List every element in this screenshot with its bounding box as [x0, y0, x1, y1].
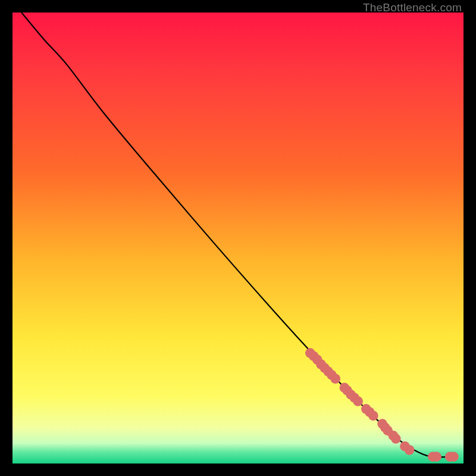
- data-dot: [431, 452, 441, 462]
- chart-frame: [12, 12, 464, 464]
- data-dot: [449, 452, 459, 462]
- watermark-text: TheBottleneck.com: [363, 1, 462, 14]
- chart-plot: [12, 12, 464, 464]
- data-dot: [353, 396, 363, 406]
- data-dot: [391, 434, 401, 444]
- data-dot: [330, 374, 340, 384]
- data-dot: [405, 445, 415, 455]
- chart-background: [12, 12, 464, 464]
- data-dot: [368, 411, 378, 421]
